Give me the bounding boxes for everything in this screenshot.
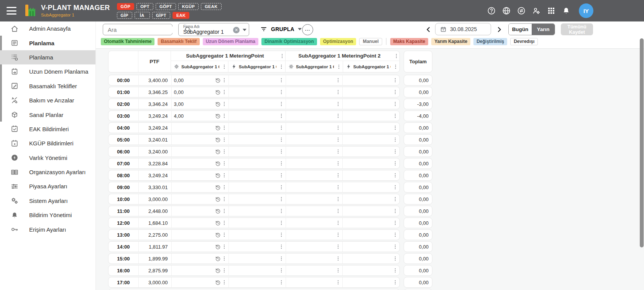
- plan-value-cell[interactable]: [228, 265, 286, 275]
- kebab-icon[interactable]: [278, 243, 284, 250]
- plan-value-cell[interactable]: [342, 218, 399, 228]
- plan-value-cell[interactable]: [286, 265, 343, 275]
- plan-value-cell[interactable]: [286, 111, 343, 121]
- plan-value-cell[interactable]: [342, 277, 399, 287]
- kebab-icon[interactable]: [335, 196, 341, 203]
- kebab-icon[interactable]: [221, 148, 227, 155]
- kebab-icon[interactable]: [335, 267, 341, 274]
- plan-value-cell[interactable]: [286, 182, 343, 192]
- history-icon[interactable]: [215, 184, 221, 191]
- plan-value-cell[interactable]: [228, 75, 286, 85]
- kebab-icon[interactable]: [278, 63, 284, 70]
- more-options-button[interactable]: ...: [302, 24, 313, 35]
- kebab-icon[interactable]: [335, 160, 341, 167]
- tab-göpt[interactable]: GÖPT: [156, 3, 176, 10]
- plan-value-cell[interactable]: [172, 230, 229, 240]
- kebab-icon[interactable]: [221, 124, 227, 131]
- kebab-icon[interactable]: [335, 279, 341, 286]
- kebab-icon[interactable]: [335, 219, 341, 226]
- search-input[interactable]: [108, 26, 184, 33]
- sidebar-item-5[interactable]: Bakım ve Arızalar: [0, 93, 95, 107]
- kebab-icon[interactable]: [278, 101, 284, 107]
- history-icon[interactable]: [215, 196, 221, 203]
- kebab-icon[interactable]: [221, 208, 227, 214]
- plan-value-cell[interactable]: [172, 242, 229, 252]
- kebab-icon[interactable]: [221, 196, 227, 203]
- kebab-icon[interactable]: [278, 231, 284, 238]
- sidebar-item-13[interactable]: Bildirim Yönetimi: [0, 208, 95, 222]
- plan-value-cell[interactable]: [342, 87, 399, 97]
- tab-opt[interactable]: OPT: [136, 3, 153, 10]
- kebab-icon[interactable]: [278, 172, 284, 179]
- sidebar-item-1[interactable]: Planlama: [0, 36, 95, 50]
- plan-value-cell[interactable]: [228, 99, 286, 109]
- history-icon[interactable]: [215, 244, 221, 250]
- plan-value-cell[interactable]: [172, 170, 229, 180]
- kebab-icon[interactable]: [278, 77, 284, 84]
- plan-value-cell[interactable]: [228, 123, 286, 133]
- kebab-icon[interactable]: [221, 63, 227, 70]
- kebab-icon[interactable]: [279, 53, 285, 59]
- kebab-icon[interactable]: [221, 231, 227, 238]
- sidebar-item-11[interactable]: Piyasa Ayarları: [0, 179, 95, 193]
- chevron-down-icon[interactable]: [243, 29, 246, 31]
- tab-gi̇pt[interactable]: GİPT: [152, 12, 170, 19]
- filter-chip[interactable]: Yarım Kapasite: [431, 38, 470, 45]
- plan-value-cell[interactable]: [342, 75, 399, 85]
- kebab-icon[interactable]: [392, 267, 398, 274]
- clear-icon[interactable]: ✕: [233, 27, 240, 33]
- plan-value-cell[interactable]: [342, 230, 399, 240]
- today-button[interactable]: Bugün: [509, 24, 532, 35]
- kebab-icon[interactable]: [335, 208, 341, 214]
- plan-value-cell[interactable]: [286, 230, 343, 240]
- kebab-icon[interactable]: [278, 136, 284, 143]
- kebab-icon[interactable]: [392, 279, 398, 286]
- date-picker[interactable]: 30.08.2025: [435, 23, 491, 35]
- plan-value-cell[interactable]: [342, 206, 399, 216]
- history-icon[interactable]: [215, 137, 221, 143]
- kebab-icon[interactable]: [278, 267, 284, 274]
- kebab-icon[interactable]: [335, 136, 341, 143]
- filter-chip[interactable]: Uzun Dönem Planlama: [203, 38, 258, 45]
- history-icon[interactable]: [215, 279, 221, 286]
- kebab-icon[interactable]: [392, 243, 398, 250]
- plan-value-cell[interactable]: [228, 111, 286, 121]
- tab-geak[interactable]: GEAK: [201, 3, 221, 10]
- kebab-icon[interactable]: [221, 160, 227, 167]
- plan-value-cell[interactable]: [286, 277, 343, 287]
- plan-value-cell[interactable]: [228, 277, 286, 287]
- plan-value-cell[interactable]: [172, 182, 229, 192]
- kebab-icon[interactable]: [335, 231, 341, 238]
- plan-value-cell[interactable]: [286, 135, 343, 145]
- plan-value-cell[interactable]: 0,00: [172, 87, 229, 97]
- plan-value-cell[interactable]: 0,00: [172, 75, 229, 85]
- plan-value-cell[interactable]: [342, 182, 399, 192]
- vertical-scrollbar[interactable]: [640, 38, 644, 247]
- plan-value-cell[interactable]: [228, 182, 286, 192]
- kebab-icon[interactable]: [221, 77, 227, 84]
- kebab-icon[interactable]: [392, 219, 398, 226]
- kebab-icon[interactable]: [392, 255, 398, 262]
- plan-value-cell[interactable]: [286, 254, 343, 264]
- plan-value-cell[interactable]: 4,00: [172, 111, 229, 121]
- plan-value-cell[interactable]: [342, 242, 399, 252]
- sidebar-item-7[interactable]: EAK Bildirimleri: [0, 122, 95, 136]
- sidebar-item-9[interactable]: Varlık Yönetimi: [0, 151, 95, 165]
- kebab-icon[interactable]: [392, 208, 398, 214]
- kebab-icon[interactable]: [278, 160, 284, 167]
- plan-value-cell[interactable]: [286, 99, 343, 109]
- kebab-icon[interactable]: [393, 63, 399, 70]
- plan-value-cell[interactable]: [286, 218, 343, 228]
- kebab-icon[interactable]: [278, 279, 284, 286]
- kebab-icon[interactable]: [278, 148, 284, 155]
- history-icon[interactable]: [215, 267, 221, 274]
- filter-chip[interactable]: Optimizasyon: [320, 38, 356, 45]
- plan-value-cell[interactable]: [172, 147, 229, 157]
- plan-value-cell[interactable]: [342, 135, 399, 145]
- tab-kgüp[interactable]: KGÜP: [178, 3, 199, 10]
- plan-value-cell[interactable]: [342, 170, 399, 180]
- kebab-icon[interactable]: [392, 196, 398, 203]
- plan-value-cell[interactable]: [172, 277, 229, 287]
- plan-value-cell[interactable]: [286, 75, 343, 85]
- notifications-button[interactable]: [562, 6, 571, 15]
